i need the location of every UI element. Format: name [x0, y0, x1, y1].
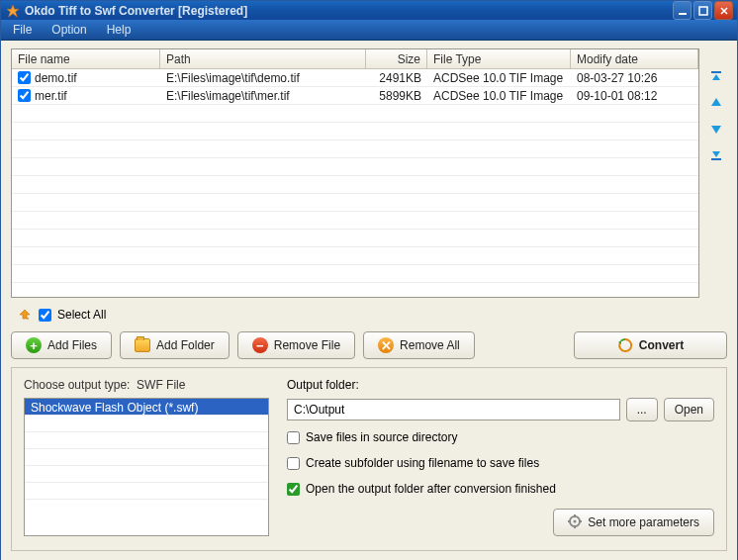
select-all-checkbox[interactable] — [39, 309, 51, 322]
x-icon: ✕ — [378, 337, 394, 353]
plus-icon: + — [26, 337, 42, 353]
convert-button[interactable]: Convert — [574, 331, 727, 359]
close-button[interactable] — [714, 1, 733, 20]
gear-icon — [568, 514, 582, 531]
file-path: E:\Files\image\tif\mer.tif — [160, 88, 366, 104]
set-more-parameters-button[interactable]: Set more parameters — [553, 509, 714, 536]
file-type: ACDSee 10.0 TIF Image — [427, 70, 571, 86]
col-header-size[interactable]: Size — [366, 49, 427, 68]
table-row[interactable]: demo.tifE:\Files\image\tif\demo.tif2491K… — [12, 69, 698, 87]
output-folder-label: Output folder: — [287, 378, 714, 392]
save-in-source-label: Save files in source directory — [306, 430, 457, 444]
svg-rect-2 — [711, 71, 721, 73]
move-down-button[interactable] — [707, 120, 725, 138]
output-type-label: Choose output type: SWF File — [24, 378, 269, 392]
open-after-label: Open the output folder after conversion … — [306, 482, 556, 496]
svg-rect-1 — [699, 7, 707, 15]
action-toolbar: + Add Files Add Folder − Remove File ✕ R… — [11, 331, 727, 359]
menu-option[interactable]: Option — [42, 20, 96, 40]
menu-bar: File Option Help — [1, 20, 737, 41]
row-checkbox[interactable] — [18, 89, 31, 102]
col-header-path[interactable]: Path — [160, 49, 366, 68]
create-subfolder-checkbox[interactable] — [287, 457, 300, 470]
move-top-button[interactable] — [707, 68, 725, 86]
add-folder-button[interactable]: Add Folder — [120, 331, 230, 359]
more-params-label: Set more parameters — [588, 515, 699, 529]
file-table: File name Path Size File Type Modify dat… — [11, 48, 699, 298]
remove-file-label: Remove File — [274, 338, 340, 352]
add-files-label: Add Files — [47, 338, 97, 352]
table-row[interactable]: mer.tifE:\Files\image\tif\mer.tif5899KBA… — [12, 87, 698, 105]
file-type: ACDSee 10.0 TIF Image — [427, 88, 571, 104]
file-date: 08-03-27 10:26 — [571, 70, 698, 86]
select-all-row: Select All — [11, 306, 727, 324]
parent-folder-icon[interactable] — [17, 307, 33, 323]
minus-icon: − — [252, 337, 268, 353]
remove-file-button[interactable]: − Remove File — [237, 331, 355, 359]
convert-icon — [617, 337, 633, 353]
file-path: E:\Files\image\tif\demo.tif — [160, 70, 366, 86]
file-size: 2491KB — [366, 70, 427, 86]
add-files-button[interactable]: + Add Files — [11, 331, 112, 359]
output-type-section: Choose output type: SWF File Shockwave F… — [24, 378, 269, 536]
output-folder-input[interactable] — [287, 399, 620, 420]
move-bottom-button[interactable] — [707, 145, 725, 163]
save-in-source-checkbox[interactable] — [287, 431, 300, 444]
reorder-buttons — [705, 48, 727, 298]
col-header-name[interactable]: File name — [12, 49, 160, 68]
file-table-header: File name Path Size File Type Modify dat… — [12, 49, 698, 69]
folder-icon — [135, 338, 150, 352]
app-icon — [5, 3, 21, 19]
title-bar: Okdo Tiff to Swf Converter [Registered] — [1, 1, 737, 20]
app-window: Okdo Tiff to Swf Converter [Registered] … — [0, 0, 738, 560]
maximize-button[interactable] — [693, 1, 712, 20]
output-type-value: SWF File — [137, 378, 185, 392]
list-item[interactable]: Shockwave Flash Object (*.swf) — [25, 399, 268, 416]
convert-label: Convert — [639, 338, 684, 352]
file-date: 09-10-01 08:12 — [571, 88, 698, 104]
file-size: 5899KB — [366, 88, 427, 104]
col-header-date[interactable]: Modify date — [571, 49, 698, 68]
move-up-button[interactable] — [707, 94, 725, 112]
remove-all-button[interactable]: ✕ Remove All — [363, 331, 475, 359]
open-after-checkbox[interactable] — [287, 483, 300, 496]
browse-button[interactable]: ... — [626, 398, 658, 421]
file-name: mer.tif — [35, 89, 67, 103]
file-name: demo.tif — [35, 71, 77, 85]
output-panel: Choose output type: SWF File Shockwave F… — [11, 367, 727, 551]
output-folder-section: Output folder: ... Open Save files in so… — [287, 378, 714, 536]
file-table-body: demo.tifE:\Files\image\tif\demo.tif2491K… — [12, 69, 698, 298]
client-area: File name Path Size File Type Modify dat… — [1, 41, 737, 560]
minimize-button[interactable] — [673, 1, 692, 20]
output-type-list[interactable]: Shockwave Flash Object (*.swf) — [24, 398, 269, 536]
menu-file[interactable]: File — [3, 20, 42, 40]
menu-help[interactable]: Help — [97, 20, 141, 40]
add-folder-label: Add Folder — [156, 338, 215, 352]
create-subfolder-label: Create subfolder using filename to save … — [306, 456, 539, 470]
svg-rect-3 — [711, 158, 721, 160]
output-type-prefix: Choose output type: — [24, 378, 130, 392]
remove-all-label: Remove All — [400, 338, 460, 352]
svg-point-5 — [574, 519, 577, 522]
select-all-label: Select All — [57, 308, 106, 322]
svg-rect-0 — [679, 13, 687, 15]
col-header-type[interactable]: File Type — [427, 49, 571, 68]
row-checkbox[interactable] — [18, 71, 31, 84]
title-text: Okdo Tiff to Swf Converter [Registered] — [25, 4, 247, 18]
file-list-area: File name Path Size File Type Modify dat… — [11, 48, 727, 298]
open-folder-button[interactable]: Open — [664, 398, 714, 421]
